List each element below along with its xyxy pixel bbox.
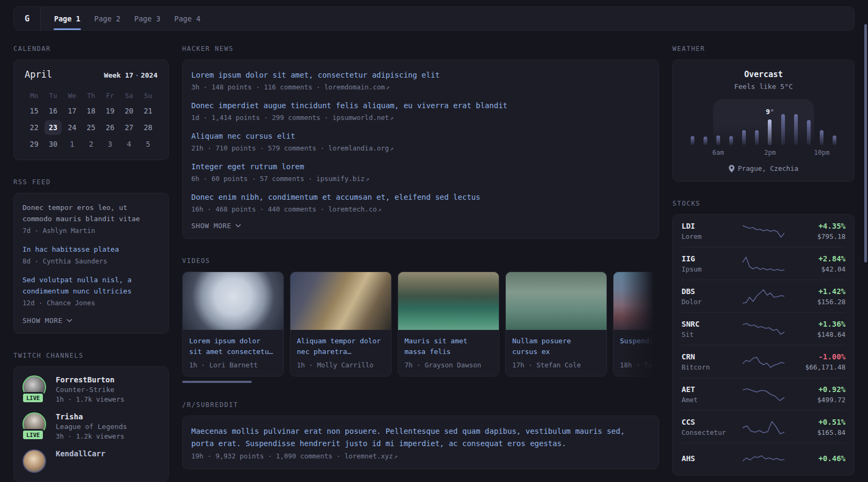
chevron-down-icon bbox=[235, 224, 241, 228]
external-link-icon[interactable]: ↗ bbox=[390, 145, 394, 152]
stock-ticker: CRN bbox=[682, 352, 733, 361]
twitch-channel-row[interactable]: KendallCarr bbox=[23, 449, 160, 473]
stock-row[interactable]: CRN Bitcorn -1.00% $66,171.48 bbox=[682, 345, 845, 378]
rss-section-label: RSS FEED bbox=[13, 178, 169, 186]
news-item-title[interactable]: Maecenas mollis pulvinar erat non posuer… bbox=[191, 425, 650, 450]
news-item-meta: 3h · 148 points · 116 comments · loremdo… bbox=[191, 83, 650, 91]
video-card[interactable]: Mauris sit amet massa felis 7h · Grayson… bbox=[398, 272, 499, 376]
stock-row[interactable]: AET Amet +0.92% $499.72 bbox=[682, 378, 845, 410]
rss-item-title[interactable]: In hac habitasse platea bbox=[23, 244, 160, 255]
videos-widget: VIDEOS Lorem ipsum dolor sit amet consec… bbox=[182, 257, 659, 383]
stock-row[interactable]: SNRC Sit +1.36% $148.64 bbox=[682, 312, 845, 345]
stock-row[interactable]: AHS +0.46% bbox=[682, 443, 845, 475]
video-thumbnail[interactable] bbox=[506, 272, 607, 330]
stock-change-percent: +1.36% bbox=[794, 320, 845, 328]
weather-bar bbox=[716, 135, 720, 145]
news-item: Aliquam nec cursus elit 21h · 710 points… bbox=[191, 130, 650, 152]
app-logo[interactable]: G bbox=[14, 7, 41, 30]
external-link-icon[interactable]: ↗ bbox=[366, 176, 370, 183]
subreddit-list: Maecenas mollis pulvinar erat non posuer… bbox=[191, 425, 650, 460]
twitch-channel-game: Counter-Strike bbox=[56, 386, 124, 394]
external-link-icon[interactable]: ↗ bbox=[390, 115, 394, 122]
twitch-channel-row[interactable]: LIVE Trisha League of Legends 3h · 1.2k … bbox=[23, 412, 160, 440]
news-item-title[interactable]: Aliquam nec cursus elit bbox=[191, 130, 650, 142]
external-link-icon[interactable]: ↗ bbox=[394, 453, 398, 460]
weather-location: Prague, Czechia bbox=[683, 164, 844, 172]
video-thumbnail[interactable] bbox=[613, 272, 659, 330]
subreddit-widget: /R/SUBREDDIT Maecenas mollis pulvinar er… bbox=[182, 401, 659, 469]
calendar-day: 29 bbox=[25, 135, 43, 152]
video-card[interactable]: Aliquam tempor dolor nec pharetra… 1h · … bbox=[290, 272, 392, 376]
rss-item: Donec tempor eros leo, ut commodo mauris… bbox=[23, 202, 160, 236]
calendar-day-selected: 23 bbox=[43, 119, 62, 135]
weather-time-axis: 6am2pm10pm bbox=[686, 149, 841, 158]
stock-price: $795.18 bbox=[794, 232, 845, 240]
twitch-channel-name[interactable]: Trisha bbox=[56, 412, 127, 421]
stock-row[interactable]: CCS Consectetur +0.51% $165.84 bbox=[682, 410, 845, 443]
stock-row[interactable]: IIG Ipsum +2.84% $42.04 bbox=[682, 247, 845, 280]
video-title[interactable]: Lorem ipsum dolor sit amet consectetu… bbox=[189, 336, 277, 357]
page-scrollbar-thumb[interactable] bbox=[864, 24, 867, 262]
tab-page-2[interactable]: Page 2 bbox=[87, 7, 128, 30]
calendar-day: 18 bbox=[81, 102, 100, 119]
rss-item-title[interactable]: Sed volutpat nulla nisl, a condimentum n… bbox=[23, 274, 160, 297]
calendar-day: 26 bbox=[101, 119, 119, 135]
twitch-channel-row[interactable]: LIVE ForrestBurton Counter-Strike 1h · 1… bbox=[23, 375, 160, 403]
video-meta: 1h · Lori Barnett bbox=[189, 361, 277, 369]
news-item: Integer eget rutrum lorem 6h · 60 points… bbox=[191, 161, 650, 183]
weather-section-label: WEATHER bbox=[672, 45, 855, 52]
news-item-meta: 16h · 468 points · 440 comments · loremt… bbox=[191, 205, 650, 213]
twitch-section-label: TWITCH CHANNELS bbox=[13, 352, 169, 359]
hackernews-show-more-button[interactable]: SHOW MORE bbox=[191, 222, 650, 230]
weather-condition: Overcast bbox=[683, 70, 844, 79]
twitch-channel-name[interactable]: ForrestBurton bbox=[56, 375, 124, 384]
external-link-icon[interactable]: ↗ bbox=[386, 84, 390, 91]
time-tick-label: 10pm bbox=[814, 149, 829, 156]
stock-ticker: CCS bbox=[682, 418, 733, 426]
calendar-day: 28 bbox=[139, 119, 158, 135]
news-item-title[interactable]: Lorem ipsum dolor sit amet, consectetur … bbox=[191, 69, 650, 81]
twitch-widget: TWITCH CHANNELS LIVE ForrestBurton Count… bbox=[13, 352, 169, 482]
weather-bar bbox=[691, 136, 694, 145]
video-thumbnail[interactable] bbox=[183, 272, 283, 330]
weather-bars bbox=[686, 99, 841, 145]
stock-change-percent: +0.51% bbox=[794, 418, 845, 426]
stock-row[interactable]: LDI Lorem +4.35% $795.18 bbox=[682, 215, 845, 247]
twitch-channel-meta: 3h · 1.2k viewers bbox=[56, 432, 127, 440]
weekday-label: Sa bbox=[119, 88, 138, 102]
news-item-title[interactable]: Integer eget rutrum lorem bbox=[191, 161, 650, 172]
tab-page-3[interactable]: Page 3 bbox=[128, 7, 168, 30]
video-thumbnail[interactable] bbox=[290, 272, 391, 330]
stock-sparkline bbox=[743, 255, 784, 273]
news-item-title[interactable]: Donec enim nibh, condimentum et accumsan… bbox=[191, 191, 650, 203]
stock-row[interactable]: DBS Dolor +1.42% $156.28 bbox=[682, 280, 845, 312]
calendar-card: April Week 17·2024 MoTuWeThFrSaSu1516171… bbox=[13, 59, 169, 160]
video-card[interactable]: Suspendisse diam 18h · Tara bbox=[613, 272, 659, 376]
rss-item-title[interactable]: Donec tempor eros leo, ut commodo mauris… bbox=[23, 202, 160, 224]
external-link-icon[interactable]: ↗ bbox=[378, 206, 381, 213]
calendar-day: 27 bbox=[119, 119, 138, 135]
video-title[interactable]: Aliquam tempor dolor nec pharetra… bbox=[297, 336, 385, 357]
stock-sparkline bbox=[743, 288, 784, 306]
tab-page-1[interactable]: Page 1 bbox=[47, 7, 87, 30]
video-title[interactable]: Suspendisse diam bbox=[620, 336, 659, 357]
top-bar: G Page 1Page 2Page 3Page 4 bbox=[13, 6, 855, 31]
rss-item: Sed volutpat nulla nisl, a condimentum n… bbox=[23, 274, 160, 308]
carousel-scrollbar-thumb[interactable] bbox=[182, 381, 252, 383]
tab-page-4[interactable]: Page 4 bbox=[167, 7, 207, 30]
stocks-card: LDI Lorem +4.35% $795.18 IIG Ipsum +2.84… bbox=[672, 214, 855, 476]
video-title[interactable]: Mauris sit amet massa felis bbox=[405, 336, 492, 357]
stock-name: Dolor bbox=[682, 298, 733, 306]
calendar-week-year: Week 17·2024 bbox=[104, 71, 158, 79]
weather-bar bbox=[781, 114, 785, 145]
stock-name: Ipsum bbox=[682, 265, 733, 273]
video-thumbnail[interactable] bbox=[398, 272, 499, 330]
video-card[interactable]: Lorem ipsum dolor sit amet consectetu… 1… bbox=[182, 272, 284, 376]
news-item-title[interactable]: Donec imperdiet augue tincidunt felis al… bbox=[191, 100, 650, 111]
stock-sparkline bbox=[743, 418, 784, 436]
twitch-channel-name[interactable]: KendallCarr bbox=[56, 449, 106, 458]
video-title[interactable]: Nullam posuere cursus ex bbox=[512, 336, 600, 357]
video-card[interactable]: Nullam posuere cursus ex 17h · Stefan Co… bbox=[505, 272, 607, 376]
rss-show-more-button[interactable]: SHOW MORE bbox=[23, 317, 160, 325]
calendar-widget: CALENDAR April Week 17·2024 MoTuWeThFrSa… bbox=[13, 45, 169, 160]
